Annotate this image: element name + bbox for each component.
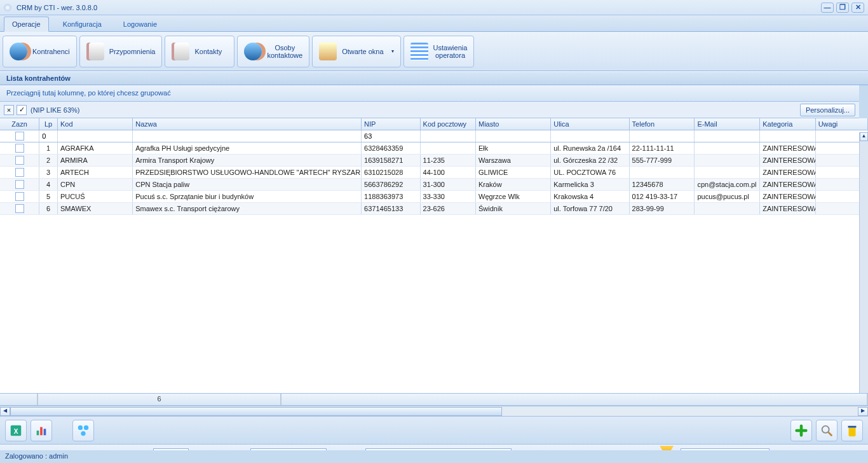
ribbon-przypomnienia[interactable]: Przypomnienia [79, 36, 163, 67]
cell: UL. POCZTOWA 76 [551, 166, 629, 178]
relations-button[interactable] [72, 420, 94, 441]
cell [0, 202, 39, 214]
filter-enabled-checkbox[interactable]: ✓ [17, 105, 27, 115]
magnifier-icon [820, 424, 834, 438]
add-button[interactable] [790, 420, 812, 441]
row-checkbox[interactable] [15, 192, 24, 201]
cell: Karmelicka 3 [551, 178, 629, 190]
col-header-nip[interactable]: NIP [362, 118, 421, 130]
filter-email-input[interactable] [697, 132, 757, 140]
cell: ZAINTERESOWAN [760, 154, 815, 166]
table-row[interactable]: 6SMAWEXSmawex s.c. Transport ciężarowy63… [0, 202, 868, 214]
col-header-nazwa[interactable]: Nazwa [133, 118, 362, 130]
table-row[interactable]: 1AGRAFKAAgrafka PH Usługi spedycyjne6328… [0, 142, 868, 154]
cell: 5 [39, 190, 58, 202]
col-header-telefon[interactable]: Telefon [629, 118, 695, 130]
tab-konfiguracja[interactable]: Konfiguracja [55, 17, 109, 31]
row-checkbox[interactable] [15, 168, 24, 177]
svg-point-6 [84, 425, 88, 429]
filter-ulica-input[interactable] [553, 132, 626, 140]
group-by-strip[interactable]: Przeciągnij tutaj kolumnę, po której chc… [0, 85, 859, 102]
cell: 2 [39, 154, 58, 166]
filter-lp-input[interactable] [42, 132, 55, 140]
cell: 6371465133 [362, 202, 421, 214]
cell: Ełk [476, 142, 551, 154]
cell [0, 190, 39, 202]
row-checkbox[interactable] [15, 156, 24, 165]
clear-filter-button[interactable]: × [4, 105, 14, 115]
cell: Krakowska 4 [551, 190, 629, 202]
cell: ul. Torfowa 77 7/20 [551, 202, 629, 214]
excel-icon: X [9, 424, 23, 438]
scroll-thumb[interactable] [10, 407, 502, 416]
scroll-right-arrow[interactable]: ▶ [858, 407, 868, 416]
table-row[interactable]: 4CPNCPN Stacja paliw566378629231-300Krak… [0, 178, 868, 190]
personalize-button[interactable]: Personalizuj... [800, 104, 855, 116]
row-checkbox[interactable] [15, 180, 24, 189]
svg-line-9 [829, 432, 832, 436]
table-row[interactable]: 5PUCUŚPucuś s.c. Sprzątanie biur i budyn… [0, 190, 868, 202]
ribbon-kontrahenci[interactable]: Kontrahenci [3, 36, 77, 67]
scroll-up-arrow[interactable]: ▲ [860, 132, 868, 141]
svg-text:X: X [14, 427, 18, 434]
filter-miasto-input[interactable] [478, 132, 548, 140]
filter-kod-input[interactable] [60, 132, 130, 140]
grid-summary-bar: 6 [0, 393, 868, 406]
maximize-button[interactable]: ❐ [836, 3, 849, 13]
filter-zazn-checkbox[interactable] [15, 132, 24, 141]
horizontal-scrollbar[interactable]: ◀ ▶ [0, 406, 868, 416]
close-button[interactable]: ✕ [851, 3, 864, 13]
ribbon-ustawienia-operatora[interactable]: Ustawienia operatora [403, 36, 475, 67]
cell: PUCUŚ [57, 190, 132, 202]
cell: ul. Górczeska 22 /32 [551, 154, 629, 166]
settings-icon [410, 43, 428, 60]
cell [629, 166, 695, 178]
scroll-left-arrow[interactable]: ◀ [0, 407, 10, 416]
filter-kat-input[interactable] [763, 132, 812, 140]
cell: SMAWEX [57, 202, 132, 214]
cell: CPN Stacja paliw [133, 178, 362, 190]
vertical-scrollbar[interactable]: ▲ [859, 132, 868, 393]
ribbon-osoby-kontaktowe[interactable]: Osoby kontaktowe [237, 36, 309, 67]
cell: 23-626 [420, 202, 475, 214]
search-button[interactable] [816, 420, 837, 441]
export-excel-button[interactable]: X [5, 420, 27, 441]
cell: 1188363973 [362, 190, 421, 202]
table-row[interactable]: 2ARMIRAArmira Transport Krajowy163915827… [0, 154, 868, 166]
tab-logowanie[interactable]: Logowanie [116, 17, 165, 31]
col-header-kategoria[interactable]: Kategoria [760, 118, 815, 130]
svg-rect-10 [848, 425, 857, 427]
col-header-ulica[interactable]: Ulica [551, 118, 629, 130]
col-header-kod[interactable]: Kod [57, 118, 132, 130]
minimize-button[interactable]: — [821, 3, 834, 13]
cell: 33-330 [420, 190, 475, 202]
filter-uwagi-input[interactable] [818, 132, 865, 140]
col-header-lp[interactable]: Lp [39, 118, 58, 130]
chart-button[interactable] [31, 420, 52, 441]
grid-filter-row [0, 130, 868, 142]
cell: GLIWICE [476, 166, 551, 178]
bottom-toolbar: X [0, 416, 868, 444]
tab-operacje[interactable]: Operacje [4, 17, 49, 32]
delete-button[interactable] [841, 420, 863, 441]
svg-rect-2 [37, 431, 39, 435]
ribbon-kontakty[interactable]: Kontakty [165, 36, 234, 67]
col-header-email[interactable]: E-Mail [695, 118, 760, 130]
ribbon-otwarte-okna[interactable]: Otwarte okna▾ [312, 36, 400, 67]
col-header-zazn[interactable]: Zazn [0, 118, 39, 130]
windows-icon [319, 43, 337, 60]
row-count: 6 [38, 394, 281, 405]
row-checkbox[interactable] [15, 204, 24, 213]
col-header-uwagi[interactable]: Uwagi [815, 118, 867, 130]
cell: 44-100 [420, 166, 475, 178]
filter-pocz-input[interactable] [423, 132, 473, 140]
filter-nazwa-input[interactable] [135, 132, 358, 140]
col-header-kod-pocztowy[interactable]: Kod pocztowy [420, 118, 475, 130]
row-checkbox[interactable] [15, 144, 24, 153]
cell [0, 166, 39, 178]
filter-tel-input[interactable] [632, 132, 692, 140]
col-header-miasto[interactable]: Miasto [476, 118, 551, 130]
cell: ZAINTERESOWAN [760, 142, 815, 154]
filter-nip-input[interactable] [364, 132, 417, 140]
table-row[interactable]: 3ARTECHPRZEDSIĘBIORSTWO USŁUGOWO-HANDLOW… [0, 166, 868, 178]
